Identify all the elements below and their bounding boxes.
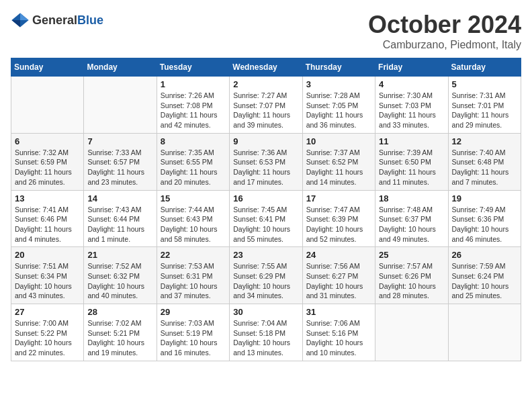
day-info: Sunrise: 7:52 AM Sunset: 6:32 PM Dayligh…	[87, 261, 152, 301]
day-number: 20	[15, 250, 80, 260]
location-title: Camburzano, Piedmont, Italy	[368, 39, 521, 51]
table-row: 25Sunrise: 7:57 AM Sunset: 6:26 PM Dayli…	[375, 247, 448, 304]
day-number: 26	[452, 250, 517, 260]
table-row: 14Sunrise: 7:43 AM Sunset: 6:44 PM Dayli…	[84, 190, 157, 247]
table-row: 18Sunrise: 7:48 AM Sunset: 6:37 PM Dayli…	[375, 190, 448, 247]
day-info: Sunrise: 7:41 AM Sunset: 6:46 PM Dayligh…	[15, 205, 80, 244]
day-number: 19	[452, 193, 517, 203]
month-title: October 2024	[368, 11, 521, 39]
day-info: Sunrise: 7:47 AM Sunset: 6:39 PM Dayligh…	[306, 205, 371, 244]
day-info: Sunrise: 7:35 AM Sunset: 6:55 PM Dayligh…	[161, 148, 226, 187]
day-number: 25	[379, 250, 444, 260]
calendar-week-row: 13Sunrise: 7:41 AM Sunset: 6:46 PM Dayli…	[11, 190, 521, 247]
table-row: 12Sunrise: 7:40 AM Sunset: 6:48 PM Dayli…	[448, 133, 521, 190]
table-row: 26Sunrise: 7:59 AM Sunset: 6:24 PM Dayli…	[448, 247, 521, 304]
svg-marker-1	[20, 13, 29, 21]
col-sunday: Sunday	[11, 58, 84, 77]
table-row: 19Sunrise: 7:49 AM Sunset: 6:36 PM Dayli…	[448, 190, 521, 247]
day-info: Sunrise: 7:53 AM Sunset: 6:31 PM Dayligh…	[161, 261, 226, 301]
day-number: 17	[306, 193, 371, 203]
day-info: Sunrise: 7:48 AM Sunset: 6:37 PM Dayligh…	[379, 205, 444, 244]
table-row	[448, 304, 521, 361]
table-row	[11, 77, 84, 134]
day-info: Sunrise: 7:56 AM Sunset: 6:27 PM Dayligh…	[306, 261, 371, 301]
col-tuesday: Tuesday	[157, 58, 229, 77]
table-row: 20Sunrise: 7:51 AM Sunset: 6:34 PM Dayli…	[11, 247, 84, 304]
day-number: 7	[87, 136, 152, 146]
day-info: Sunrise: 7:57 AM Sunset: 6:26 PM Dayligh…	[379, 261, 444, 301]
day-info: Sunrise: 7:51 AM Sunset: 6:34 PM Dayligh…	[15, 261, 80, 301]
day-number: 15	[161, 193, 226, 203]
table-row: 24Sunrise: 7:56 AM Sunset: 6:27 PM Dayli…	[302, 247, 375, 304]
day-info: Sunrise: 7:27 AM Sunset: 7:07 PM Dayligh…	[233, 91, 298, 130]
table-row: 23Sunrise: 7:55 AM Sunset: 6:29 PM Dayli…	[230, 247, 302, 304]
table-row: 15Sunrise: 7:44 AM Sunset: 6:43 PM Dayli…	[157, 190, 229, 247]
col-thursday: Thursday	[302, 58, 375, 77]
table-row: 3Sunrise: 7:28 AM Sunset: 7:05 PM Daylig…	[302, 77, 375, 134]
table-row: 27Sunrise: 7:00 AM Sunset: 5:22 PM Dayli…	[11, 304, 84, 361]
calendar-week-row: 20Sunrise: 7:51 AM Sunset: 6:34 PM Dayli…	[11, 247, 521, 304]
day-info: Sunrise: 7:28 AM Sunset: 7:05 PM Dayligh…	[306, 91, 371, 130]
day-info: Sunrise: 7:44 AM Sunset: 6:43 PM Dayligh…	[161, 205, 226, 244]
day-number: 3	[306, 79, 371, 89]
day-info: Sunrise: 7:59 AM Sunset: 6:24 PM Dayligh…	[452, 261, 517, 301]
day-info: Sunrise: 7:37 AM Sunset: 6:52 PM Dayligh…	[306, 148, 371, 187]
table-row: 9Sunrise: 7:36 AM Sunset: 6:53 PM Daylig…	[230, 133, 302, 190]
table-row	[84, 77, 157, 134]
table-row: 22Sunrise: 7:53 AM Sunset: 6:31 PM Dayli…	[157, 247, 229, 304]
day-info: Sunrise: 7:36 AM Sunset: 6:53 PM Dayligh…	[233, 148, 298, 187]
day-number: 11	[379, 136, 444, 146]
day-number: 13	[15, 193, 80, 203]
table-row: 29Sunrise: 7:03 AM Sunset: 5:19 PM Dayli…	[157, 304, 229, 361]
day-number: 30	[233, 307, 298, 317]
table-row: 21Sunrise: 7:52 AM Sunset: 6:32 PM Dayli…	[84, 247, 157, 304]
logo-blue: Blue	[77, 13, 103, 27]
day-info: Sunrise: 7:43 AM Sunset: 6:44 PM Dayligh…	[87, 205, 152, 244]
col-monday: Monday	[84, 58, 157, 77]
col-wednesday: Wednesday	[230, 58, 302, 77]
table-row: 17Sunrise: 7:47 AM Sunset: 6:39 PM Dayli…	[302, 190, 375, 247]
day-info: Sunrise: 7:40 AM Sunset: 6:48 PM Dayligh…	[452, 148, 517, 187]
col-saturday: Saturday	[448, 58, 521, 77]
day-number: 12	[452, 136, 517, 146]
day-number: 18	[379, 193, 444, 203]
day-info: Sunrise: 7:55 AM Sunset: 6:29 PM Dayligh…	[233, 261, 298, 301]
day-info: Sunrise: 7:49 AM Sunset: 6:36 PM Dayligh…	[452, 205, 517, 244]
table-row: 7Sunrise: 7:33 AM Sunset: 6:57 PM Daylig…	[84, 133, 157, 190]
day-number: 27	[15, 307, 80, 317]
day-number: 14	[87, 193, 152, 203]
svg-marker-2	[11, 20, 20, 28]
table-row: 8Sunrise: 7:35 AM Sunset: 6:55 PM Daylig…	[157, 133, 229, 190]
table-row: 11Sunrise: 7:39 AM Sunset: 6:50 PM Dayli…	[375, 133, 448, 190]
day-info: Sunrise: 7:26 AM Sunset: 7:08 PM Dayligh…	[161, 91, 226, 130]
table-row	[375, 304, 448, 361]
day-number: 28	[87, 307, 152, 317]
table-row: 16Sunrise: 7:45 AM Sunset: 6:41 PM Dayli…	[230, 190, 302, 247]
calendar-header-row: Sunday Monday Tuesday Wednesday Thursday…	[11, 58, 521, 77]
day-number: 4	[379, 79, 444, 89]
calendar-week-row: 1Sunrise: 7:26 AM Sunset: 7:08 PM Daylig…	[11, 77, 521, 134]
day-info: Sunrise: 7:32 AM Sunset: 6:59 PM Dayligh…	[15, 148, 80, 187]
day-info: Sunrise: 7:39 AM Sunset: 6:50 PM Dayligh…	[379, 148, 444, 187]
table-row: 4Sunrise: 7:30 AM Sunset: 7:03 PM Daylig…	[375, 77, 448, 134]
table-row: 1Sunrise: 7:26 AM Sunset: 7:08 PM Daylig…	[157, 77, 229, 134]
day-number: 2	[233, 79, 298, 89]
table-row: 13Sunrise: 7:41 AM Sunset: 6:46 PM Dayli…	[11, 190, 84, 247]
day-number: 16	[233, 193, 298, 203]
day-number: 10	[306, 136, 371, 146]
day-number: 5	[452, 79, 517, 89]
calendar-week-row: 27Sunrise: 7:00 AM Sunset: 5:22 PM Dayli…	[11, 304, 521, 361]
logo-text: GeneralBlue	[32, 13, 103, 28]
calendar-table: Sunday Monday Tuesday Wednesday Thursday…	[11, 58, 521, 361]
day-info: Sunrise: 7:33 AM Sunset: 6:57 PM Dayligh…	[87, 148, 152, 187]
day-number: 31	[306, 307, 371, 317]
day-number: 23	[233, 250, 298, 260]
table-row: 5Sunrise: 7:31 AM Sunset: 7:01 PM Daylig…	[448, 77, 521, 134]
logo: GeneralBlue	[11, 11, 103, 30]
table-row: 6Sunrise: 7:32 AM Sunset: 6:59 PM Daylig…	[11, 133, 84, 190]
day-number: 6	[15, 136, 80, 146]
day-number: 22	[161, 250, 226, 260]
day-info: Sunrise: 7:00 AM Sunset: 5:22 PM Dayligh…	[15, 318, 80, 358]
day-number: 21	[87, 250, 152, 260]
table-row: 30Sunrise: 7:04 AM Sunset: 5:18 PM Dayli…	[230, 304, 302, 361]
